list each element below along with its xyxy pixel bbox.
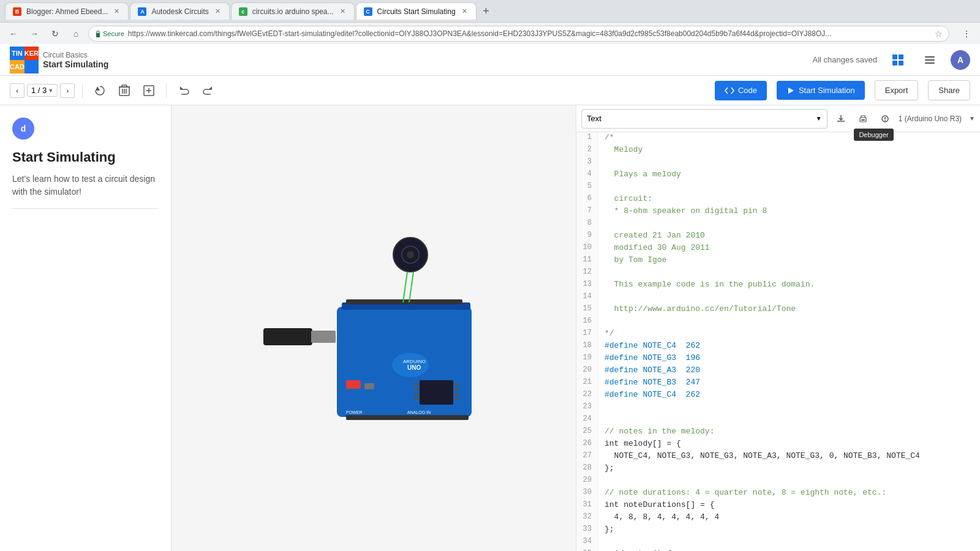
tab-blogger-title: Blogger: Ahmed Ebeed... [26, 7, 108, 16]
logo-ker: KER [24, 47, 39, 60]
tab-circuits-io-close[interactable]: ✕ [339, 6, 347, 17]
serial-dropdown-arrow[interactable]: ▼ [969, 115, 975, 122]
line-content [598, 218, 605, 230]
line-number: 21 [576, 377, 598, 389]
home-button[interactable]: ⌂ [67, 25, 85, 42]
back-button[interactable]: ← [5, 25, 22, 42]
start-simulation-button[interactable]: Start Simulation [777, 81, 865, 100]
prev-page-button[interactable]: ‹ [10, 83, 24, 98]
line-number: 17 [576, 328, 598, 340]
tab-blogger-close[interactable]: ✕ [113, 6, 121, 17]
code-line-28: 28}; [576, 463, 980, 475]
component-red [346, 380, 361, 389]
url-bar[interactable]: Secure https://www.tinkercad.com/things/… [88, 26, 949, 42]
download-code-button[interactable] [832, 110, 850, 127]
tab-tinkercad-close[interactable]: ✕ [461, 6, 469, 17]
debugger-button[interactable]: Debugger [876, 110, 894, 127]
svg-rect-0 [96, 33, 100, 37]
code-line-18: 18#define NOTE_C4 262 [576, 340, 980, 353]
refresh-button[interactable]: ↻ [47, 25, 64, 42]
svg-point-15 [884, 120, 886, 121]
rotate-tool-button[interactable] [90, 81, 110, 100]
line-content: */ [598, 328, 614, 340]
menu-icon-button[interactable] [919, 49, 941, 71]
code-line-7: 7 * 8-ohm speaker on digital pin 8 [576, 206, 980, 218]
page-indicator[interactable]: 1 / 3 ▼ [27, 84, 58, 97]
code-button-label: Code [738, 86, 757, 95]
line-number: 31 [576, 500, 598, 512]
code-button[interactable]: Code [715, 81, 767, 100]
secure-badge: Secure [95, 30, 124, 37]
code-line-5: 5 [576, 181, 980, 193]
forward-button[interactable]: → [26, 25, 43, 42]
next-page-button[interactable]: › [60, 83, 75, 98]
line-content: * 8-ohm speaker on digital pin 8 [598, 206, 767, 218]
lesson-title: Start Simulating [12, 149, 159, 165]
code-line-25: 25// notes in the melody: [576, 426, 980, 438]
grid-view-button[interactable] [887, 49, 909, 71]
breadcrumb-bottom: Start Simulating [43, 59, 108, 69]
serial-monitor-label: 1 (Arduino Uno R3) [899, 114, 962, 123]
line-content [598, 414, 605, 426]
code-line-3: 3 [576, 157, 980, 169]
line-content: int melody[] = { [598, 438, 681, 451]
line-number: 22 [576, 389, 598, 402]
line-number: 25 [576, 426, 598, 438]
code-editor[interactable]: 1/*2 Melody34 Plays a melody56 circuit:7… [576, 132, 980, 551]
print-code-button[interactable] [854, 110, 872, 127]
tab-blogger[interactable]: B Blogger: Ahmed Ebeed... ✕ [5, 2, 129, 20]
line-content: #define NOTE_B3 247 [598, 377, 700, 389]
tab-tinkercad-title: Circuits Start Simulating [377, 7, 456, 16]
share-button[interactable]: Share [928, 80, 970, 100]
line-number: 7 [576, 206, 598, 218]
code-line-31: 31int noteDurations[] = { [576, 500, 980, 512]
breadcrumb-top: Circuit Basics [43, 51, 108, 59]
tinkercad-logo[interactable]: TIN KER CAD [10, 47, 37, 73]
tab-tinkercad[interactable]: C Circuits Start Simulating ✕ [356, 2, 477, 20]
export-button[interactable]: Export [875, 80, 919, 100]
tab-autodesk[interactable]: A Autodesk Circuits ✕ [130, 2, 229, 20]
tab-circuits-io[interactable]: c circuits.io arduino spea... ✕ [231, 2, 355, 20]
code-line-26: 26int melody[] = { [576, 438, 980, 451]
code-line-24: 24 [576, 414, 980, 426]
line-number: 18 [576, 340, 598, 353]
tab-autodesk-close[interactable]: ✕ [214, 6, 222, 17]
code-line-17: 17*/ [576, 328, 980, 340]
redo-button[interactable] [198, 81, 218, 100]
power-label: POWER [346, 410, 362, 414]
lesson-avatar: d [12, 118, 34, 140]
tab-circuits-io-title: circuits.io arduino spea... [252, 7, 334, 16]
line-number: 24 [576, 414, 598, 426]
delete-tool-button[interactable] [115, 81, 134, 100]
uno-text: UNO [407, 364, 421, 371]
component-gray [364, 383, 374, 389]
code-panel-header: Text ▼ Debugger 1 (Arduino Uno R3) ▼ [576, 105, 980, 132]
line-content [598, 316, 605, 328]
svg-rect-3 [892, 61, 897, 66]
top-navbar: TIN KER CAD Circuit Basics Start Simulat… [0, 44, 980, 76]
tab-autodesk-title: Autodesk Circuits [151, 7, 208, 16]
code-type-selector[interactable]: Text ▼ [581, 109, 827, 129]
speaker-center [407, 251, 414, 258]
breadcrumb: Circuit Basics Start Simulating [43, 51, 108, 69]
code-line-34: 34 [576, 536, 980, 549]
line-content: http://www.arduino.cc/en/Tutorial/Tone [598, 304, 796, 316]
line-content [598, 402, 605, 414]
undo-button[interactable] [174, 81, 194, 100]
circuit-canvas[interactable]: ARDUINO UNO P [172, 105, 576, 551]
line-content [598, 267, 605, 279]
fit-tool-button[interactable] [139, 81, 159, 100]
usb-plug-light [311, 331, 336, 343]
new-tab-button[interactable]: + [478, 2, 495, 20]
menu-button[interactable]: ⋮ [958, 25, 975, 42]
line-content: #define NOTE_G3 196 [598, 353, 700, 365]
ic-leg-l2 [413, 388, 420, 390]
code-line-20: 20#define NOTE_A3 220 [576, 365, 980, 377]
line-content: Melody [598, 144, 643, 157]
code-line-9: 9 created 21 Jan 2010 [576, 230, 980, 242]
svg-marker-11 [788, 88, 794, 94]
debugger-tooltip: Debugger [854, 129, 893, 141]
user-avatar[interactable]: A [951, 50, 970, 70]
bookmark-button[interactable]: ☆ [935, 29, 943, 39]
line-number: 29 [576, 475, 598, 487]
